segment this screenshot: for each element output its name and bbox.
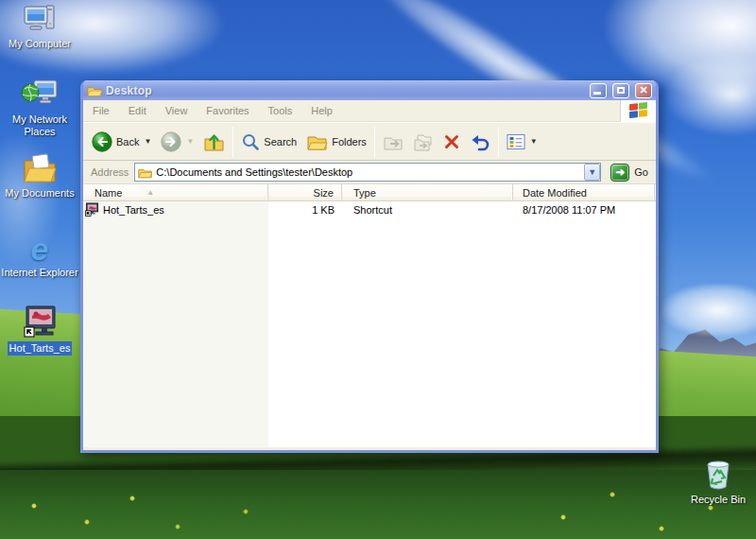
views-dropdown-caret[interactable]: ▼ <box>530 137 538 146</box>
menu-favorites[interactable]: Favorites <box>197 105 258 116</box>
file-row[interactable]: Hot_Tarts_es 1 KB Shortcut 8/17/2008 11:… <box>83 201 656 217</box>
desktop-icon-my-computer[interactable]: My Computer <box>0 2 79 50</box>
go-label: Go <box>634 166 648 178</box>
menu-tools[interactable]: Tools <box>259 105 302 116</box>
folders-label: Folders <box>332 136 367 148</box>
desktop-icon-my-documents[interactable]: My Documents <box>0 151 79 200</box>
column-header-date-modified[interactable]: Date Modified <box>513 184 655 200</box>
file-list: Hot_Tarts_es 1 KB Shortcut 8/17/2008 11:… <box>83 201 656 447</box>
desktop-icon-my-network-places[interactable]: My Network Places <box>0 78 79 138</box>
desktop-icon-label: Recycle Bin <box>679 494 756 506</box>
delete-x-icon <box>443 133 460 150</box>
toolbar-separator <box>232 127 233 157</box>
up-button[interactable] <box>198 126 230 158</box>
minimize-button[interactable] <box>590 83 607 98</box>
desktop-icon-hot-tarts[interactable]: Hot_Tarts_es <box>0 304 79 356</box>
desktop-icon-label-selected: Hot_Tarts_es <box>8 341 73 356</box>
forward-icon <box>161 131 181 152</box>
go-group: ➜ Go <box>607 164 652 182</box>
cloud <box>662 52 756 137</box>
move-to-icon <box>383 131 404 152</box>
column-header-name-label: Name <box>94 187 122 199</box>
my-network-places-icon <box>0 78 79 112</box>
window-title: Desktop <box>106 84 584 97</box>
toolbar-separator <box>498 127 499 157</box>
address-dropdown-button[interactable]: ▼ <box>584 164 600 181</box>
file-name: Hot_Tarts_es <box>103 204 164 216</box>
column-header-type[interactable]: Type <box>342 184 513 200</box>
file-size-cell: 1 KB <box>268 204 342 216</box>
my-computer-icon <box>0 2 79 36</box>
toolbar: Back ▼ ▼ <box>83 122 656 161</box>
desktop-icon-recycle-bin[interactable]: Recycle Bin <box>679 458 756 506</box>
menu-view[interactable]: View <box>156 105 198 116</box>
copy-to-icon <box>413 131 434 152</box>
undo-icon <box>470 132 490 151</box>
toolbar-separator <box>374 127 375 157</box>
title-bar[interactable]: Desktop ✕ <box>83 80 656 100</box>
search-label: Search <box>264 136 297 148</box>
column-header-size[interactable]: Size <box>268 184 342 200</box>
windows-logo <box>620 100 656 122</box>
shortcut-file-icon <box>85 202 99 217</box>
file-type-cell: Shortcut <box>342 204 513 216</box>
explorer-window: Desktop ✕ File Edit View Favorites Tools… <box>80 80 659 453</box>
file-name-cell: Hot_Tarts_es <box>83 202 268 217</box>
desktop-icon-label: My Network Places <box>0 113 79 138</box>
desktop-icon-label: My Documents <box>0 187 79 200</box>
address-label: Address <box>91 166 129 178</box>
search-button[interactable]: Search <box>236 126 301 158</box>
column-headers: Name ▲ Size Type Date Modified <box>83 184 656 201</box>
column-header-type-label: Type <box>353 187 376 199</box>
cloud <box>662 284 756 337</box>
sort-ascending-icon: ▲ <box>146 188 154 197</box>
search-icon <box>241 132 260 151</box>
menu-bar: File Edit View Favorites Tools Help <box>83 100 656 122</box>
back-button[interactable]: Back ▼ <box>87 126 156 158</box>
desktop-icon-label: Internet Explorer <box>0 267 79 279</box>
folder-icon <box>138 166 152 179</box>
move-to-button-disabled[interactable] <box>378 126 408 158</box>
forward-dropdown-caret[interactable]: ▼ <box>186 137 194 146</box>
back-icon <box>92 131 112 152</box>
go-button[interactable]: ➜ <box>610 164 629 182</box>
undo-button[interactable] <box>465 126 495 158</box>
desktop-icon-internet-explorer[interactable]: e Internet Explorer <box>0 231 79 279</box>
address-input[interactable]: C:\Documents and Settings\tester\Desktop… <box>134 163 601 182</box>
menu-edit[interactable]: Edit <box>119 105 156 116</box>
grass-foreground <box>0 470 756 539</box>
folders-icon <box>306 131 328 152</box>
desktop-wallpaper: My Computer My Network Places My Documen <box>0 0 756 539</box>
back-label: Back <box>116 136 139 148</box>
folders-button[interactable]: Folders <box>301 126 371 158</box>
up-folder-icon <box>203 131 225 152</box>
menu-help[interactable]: Help <box>301 105 342 116</box>
back-dropdown-caret[interactable]: ▼ <box>144 137 151 146</box>
desktop-icon-label: My Computer <box>0 38 79 50</box>
recycle-bin-icon <box>679 458 756 492</box>
hot-tarts-shortcut-icon <box>0 304 79 339</box>
my-documents-icon <box>0 151 79 185</box>
maximize-button[interactable] <box>612 83 629 98</box>
internet-explorer-icon: e <box>0 231 79 265</box>
sorted-column-shading <box>83 201 268 447</box>
folder-icon <box>87 84 102 97</box>
column-header-name[interactable]: Name ▲ <box>83 184 268 200</box>
menu-file[interactable]: File <box>83 105 119 116</box>
views-icon <box>507 133 525 150</box>
copy-to-button-disabled[interactable] <box>408 126 438 158</box>
column-header-size-label: Size <box>314 187 334 199</box>
close-button[interactable]: ✕ <box>635 83 652 98</box>
file-date-modified-cell: 8/17/2008 11:07 PM <box>513 204 655 216</box>
views-button[interactable]: ▼ <box>502 126 542 158</box>
delete-button[interactable] <box>438 126 465 158</box>
address-path: C:\Documents and Settings\tester\Desktop <box>156 166 580 178</box>
forward-button-disabled[interactable]: ▼ <box>156 126 198 158</box>
address-bar: Address C:\Documents and Settings\tester… <box>83 161 656 184</box>
column-header-date-label: Date Modified <box>523 187 587 199</box>
